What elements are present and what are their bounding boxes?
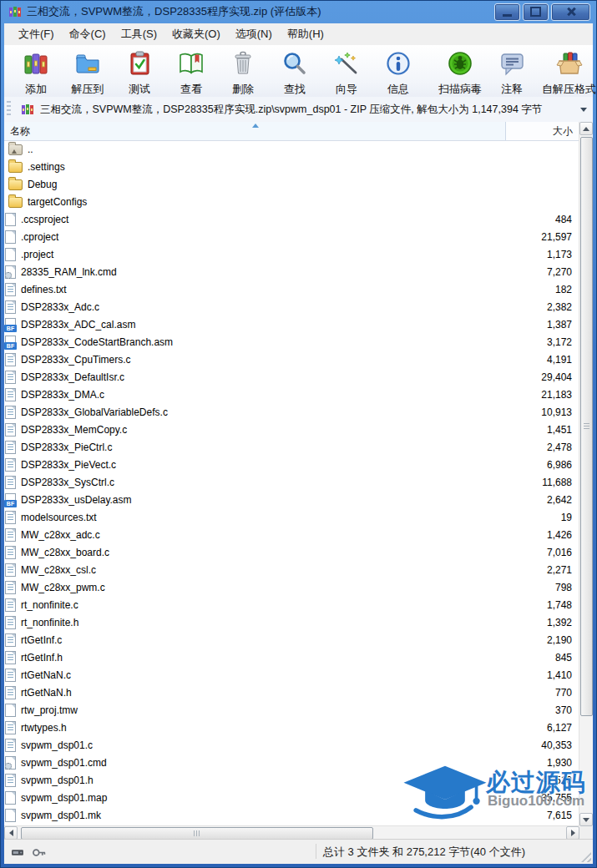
file-size: 6,127 <box>492 722 579 734</box>
file-row[interactable]: MW_c28xx_pwm.c 798 <box>4 578 579 596</box>
toolbar-button-label: 查找 <box>284 82 306 97</box>
toolbar-button-view[interactable]: 查看 <box>165 48 217 98</box>
menu-item-options[interactable]: 选项(N) <box>228 23 280 45</box>
menu-item-file[interactable]: 文件(F) <box>11 23 62 45</box>
toolbar-main-group: 添加解压到测试查看删除查找向导信息 <box>10 48 424 98</box>
file-row[interactable]: svpwm_dsp01.h 47,510 <box>4 771 579 789</box>
toolbar-button-label: 自解压格式 <box>542 82 596 97</box>
toolbar-button-test[interactable]: 测试 <box>114 48 165 98</box>
file-row[interactable]: defines.txt 182 <box>4 280 579 298</box>
file-name: DSP2833x_Adc.c <box>21 301 492 313</box>
column-header-name[interactable]: 名称 <box>4 122 506 140</box>
file-row[interactable]: rtGetInf.h 845 <box>4 648 579 666</box>
toolbar-button-delete[interactable]: 删除 <box>217 48 269 98</box>
file-size: 1,748 <box>492 599 579 611</box>
file-name: svpwm_dsp01.h <box>21 775 492 786</box>
toolbar-button-add[interactable]: 添加 <box>10 48 62 98</box>
menu-item-tools[interactable]: 工具(S) <box>114 23 164 45</box>
file-row[interactable]: DSP2833x_MemCopy.c 1,451 <box>4 421 579 438</box>
file-row[interactable]: DSP2833x_Adc.c 2,382 <box>4 298 579 315</box>
file-row[interactable]: rtGetNaN.h 770 <box>4 684 579 701</box>
toolbar-button-comment[interactable]: 注释 <box>486 48 538 98</box>
file-row[interactable]: modelsources.txt 19 <box>4 508 579 526</box>
file-size: 2,478 <box>492 442 579 453</box>
close-button[interactable] <box>551 3 590 21</box>
file-size: 484 <box>492 214 579 225</box>
cmd-file-icon <box>5 756 16 770</box>
maximize-button[interactable] <box>523 3 549 21</box>
file-row[interactable]: DSP2833x_usDelay.asm 2,642 <box>4 491 579 508</box>
file-size: 2,382 <box>492 301 579 313</box>
toolbar-button-find[interactable]: 查找 <box>269 48 321 98</box>
file-row[interactable]: rtGetNaN.c 1,410 <box>4 666 579 684</box>
vertical-scrollbar-thumb[interactable] <box>580 137 593 716</box>
column-header-size[interactable]: 大小 <box>506 122 579 140</box>
file-row[interactable]: rt_nonfinite.c 1,748 <box>4 596 579 613</box>
cmd-file-icon <box>5 265 16 279</box>
file-row[interactable]: DSP2833x_SysCtrl.c 11,688 <box>4 473 579 491</box>
file-row[interactable]: svpwm_dsp01.map 35,755 <box>4 789 579 806</box>
file-row[interactable]: .. <box>4 140 579 158</box>
minimize-icon <box>503 14 512 17</box>
vertical-scrollbar[interactable] <box>579 122 593 826</box>
address-dropdown-button[interactable] <box>576 100 591 119</box>
file-row[interactable]: rtwtypes.h 6,127 <box>4 719 579 736</box>
file-row[interactable]: svpwm_dsp01.c 40,353 <box>4 736 579 754</box>
file-row[interactable]: targetConfigs <box>4 193 579 210</box>
file-row[interactable]: DSP2833x_GlobalVariableDefs.c 10,913 <box>4 403 579 421</box>
horizontal-scrollbar[interactable] <box>4 825 579 840</box>
toolbar-button-info[interactable]: 信息 <box>372 48 424 98</box>
toolbar-button-wizard[interactable]: 向导 <box>321 48 372 98</box>
file-size: 845 <box>492 652 579 664</box>
file-row[interactable]: rtGetInf.c 2,190 <box>4 631 579 648</box>
file-row[interactable]: DSP2833x_CodeStartBranch.asm 3,172 <box>4 333 579 351</box>
key-icon[interactable] <box>32 845 46 859</box>
menu-item-commands[interactable]: 命令(C) <box>62 23 114 45</box>
drive-icon[interactable] <box>11 845 25 859</box>
toolbar-button-sfx[interactable]: 自解压格式 <box>538 48 597 98</box>
address-bar-grip[interactable] <box>7 101 11 118</box>
toolbar-button-label: 扫描病毒 <box>438 82 482 97</box>
archive-path[interactable]: 三相交流，SVPWM整流，DSP28335程序实现.zip\svpwm_dsp0… <box>40 103 576 117</box>
resize-grip[interactable] <box>581 852 591 862</box>
archive-icon <box>21 103 34 116</box>
file-row[interactable]: MW_c28xx_board.c 7,016 <box>4 543 579 561</box>
file-name: .cproject <box>21 231 492 243</box>
horizontal-scrollbar-thumb[interactable] <box>21 827 373 840</box>
menu-item-help[interactable]: 帮助(H) <box>280 23 331 45</box>
scroll-up-button[interactable] <box>579 122 593 135</box>
file-row[interactable]: DSP2833x_CpuTimers.c 4,191 <box>4 351 579 368</box>
menu-item-favorites[interactable]: 收藏夹(O) <box>164 23 228 45</box>
file-size: 4,191 <box>492 354 579 366</box>
file-row[interactable]: svpwm_dsp01.cmd 1,930 <box>4 754 579 771</box>
file-row[interactable]: .project 1,173 <box>4 245 579 263</box>
scroll-left-button[interactable] <box>4 826 18 840</box>
minimize-button[interactable] <box>494 3 520 21</box>
scroll-right-button[interactable] <box>566 826 579 840</box>
file-name: rt_nonfinite.c <box>21 599 492 611</box>
file-row[interactable]: DSP2833x_DMA.c 21,183 <box>4 386 579 403</box>
file-size: 770 <box>492 687 579 699</box>
file-row[interactable]: svpwm_dsp01.mk 7,615 <box>4 806 579 824</box>
file-row[interactable]: rtw_proj.tmw 370 <box>4 701 579 719</box>
file-row[interactable]: 28335_RAM_lnk.cmd 7,270 <box>4 263 579 280</box>
file-row[interactable]: MW_c28xx_adc.c 1,426 <box>4 526 579 543</box>
folder-icon <box>8 197 23 208</box>
scroll-down-button[interactable] <box>579 813 593 826</box>
toolbar-button-scan[interactable]: 扫描病毒 <box>434 48 486 98</box>
file-row[interactable]: DSP2833x_DefaultIsr.c 29,404 <box>4 368 579 386</box>
file-row[interactable]: DSP2833x_PieCtrl.c 2,478 <box>4 438 579 456</box>
file-name: DSP2833x_MemCopy.c <box>21 424 492 436</box>
file-row[interactable]: DSP2833x_PieVect.c 6,986 <box>4 456 579 473</box>
file-row[interactable]: .ccsproject 484 <box>4 210 579 228</box>
file-row[interactable]: .settings <box>4 158 579 175</box>
text-file-icon <box>5 458 16 472</box>
file-row[interactable]: DSP2833x_ADC_cal.asm 1,387 <box>4 315 579 333</box>
file-name: MW_c28xx_pwm.c <box>21 582 492 593</box>
toolbar-button-extract[interactable]: 解压到 <box>62 48 114 98</box>
file-row[interactable]: MW_c28xx_csl.c 2,271 <box>4 561 579 578</box>
text-file-icon <box>5 283 16 296</box>
file-row[interactable]: Debug <box>4 175 579 193</box>
file-row[interactable]: rt_nonfinite.h 1,392 <box>4 613 579 631</box>
file-row[interactable]: .cproject 21,597 <box>4 228 579 245</box>
